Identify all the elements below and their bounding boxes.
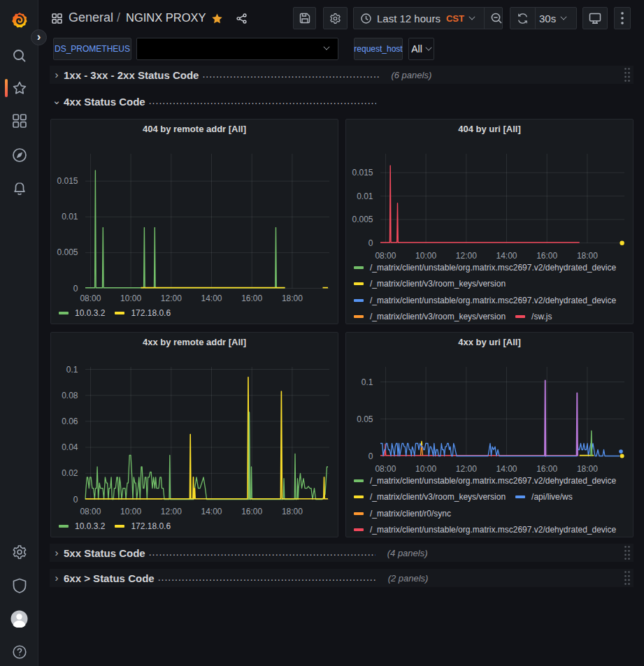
svg-text:0.04: 0.04 xyxy=(62,442,78,452)
svg-text:14:00: 14:00 xyxy=(201,507,222,516)
svg-text:16:00: 16:00 xyxy=(241,507,262,516)
svg-text:12:00: 12:00 xyxy=(161,507,182,516)
svg-text:0.05: 0.05 xyxy=(357,414,373,424)
svg-text:08:00: 08:00 xyxy=(80,507,101,516)
svg-text:18:00: 18:00 xyxy=(282,507,303,516)
svg-text:0.1: 0.1 xyxy=(362,377,373,387)
svg-text:0: 0 xyxy=(368,238,373,248)
svg-text:16:00: 16:00 xyxy=(241,294,262,303)
svg-text:08:00: 08:00 xyxy=(80,294,101,303)
svg-text:12:00: 12:00 xyxy=(161,294,182,303)
svg-text:0.005: 0.005 xyxy=(352,215,373,224)
svg-text:10:00: 10:00 xyxy=(120,507,141,516)
svg-text:10:00: 10:00 xyxy=(120,294,141,303)
svg-text:0.015: 0.015 xyxy=(352,168,373,178)
svg-text:18:00: 18:00 xyxy=(282,294,303,303)
svg-text:0: 0 xyxy=(73,495,78,505)
svg-text:0.06: 0.06 xyxy=(62,417,78,426)
svg-text:0.015: 0.015 xyxy=(57,176,78,186)
svg-text:0.02: 0.02 xyxy=(62,468,78,478)
svg-text:0.01: 0.01 xyxy=(357,191,373,201)
svg-text:0: 0 xyxy=(368,451,373,461)
svg-text:0.08: 0.08 xyxy=(62,391,78,400)
svg-text:0: 0 xyxy=(73,284,78,294)
svg-text:14:00: 14:00 xyxy=(201,294,222,303)
svg-text:0.01: 0.01 xyxy=(62,212,78,222)
svg-text:0.1: 0.1 xyxy=(66,365,78,375)
svg-text:0.005: 0.005 xyxy=(57,247,78,257)
